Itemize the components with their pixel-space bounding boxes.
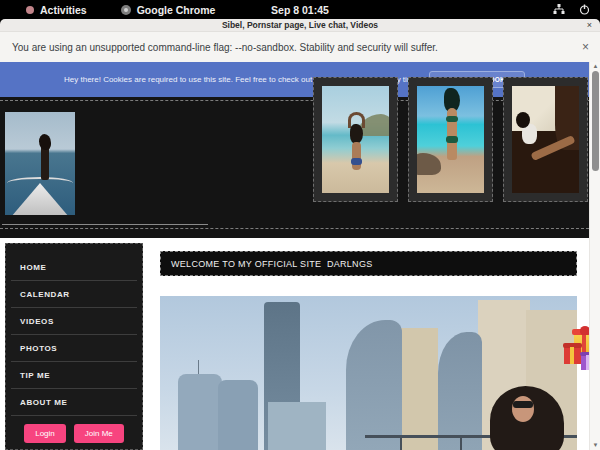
network-icon[interactable] [553,4,565,15]
window-title: Sibel, Pornstar page, Live chat, Videos [222,20,378,30]
sidebar-item-label: TIP ME [20,371,50,380]
bikini-bottom-shape [446,136,458,143]
scroll-up-icon[interactable]: ▲ [590,62,600,71]
chrome-icon [121,5,131,15]
building-shape [218,380,258,450]
window-title-bar: Sibel, Pornstar page, Live chat, Videos … [0,19,600,31]
sidebar-item-label: ABOUT ME [20,398,67,407]
beach-photo [322,86,389,193]
hero-photo-dubai-marina [160,296,577,450]
warning-close-icon[interactable]: × [582,40,589,54]
scrollbar-thumb[interactable] [592,71,599,171]
figure-hair-shape [516,112,530,128]
dashed-divider-top [0,100,589,101]
power-icon[interactable] [579,4,590,15]
sidebar-item-videos[interactable]: VIDEOS [6,308,142,334]
scroll-down-icon[interactable]: ▼ [590,441,600,450]
bikini-shape [351,158,362,165]
header-band [0,97,589,238]
header-rule [2,224,208,225]
sidebar-item-calendar[interactable]: CALENDAR [6,281,142,307]
sidebar-item-label: VIDEOS [20,317,54,326]
sunglasses-shape [513,401,533,408]
activities-button[interactable]: Activities [26,4,87,16]
sidebar-item-tip-me[interactable]: TIP ME [6,362,142,388]
building-shape [178,374,222,450]
building-shape [268,402,326,450]
sidebar-item-about-me[interactable]: ABOUT ME [6,389,142,415]
sidebar-item-label: CALENDAR [20,290,70,299]
gallery-thumbnail-beach-heart[interactable] [313,77,398,202]
login-button[interactable]: Login [24,424,66,443]
cookie-consent-bar: Hey there! Cookies are required to use t… [0,62,589,97]
sidebar-nav: HOME CALENDAR VIDEOS PHOTOS TIP ME ABOUT… [5,243,143,450]
sea-photo [417,86,484,193]
boat-photo-thumbnail[interactable] [5,112,75,215]
rail-post-shape [460,438,462,450]
woman-face-shape [512,396,534,422]
rocks-shape [417,153,441,175]
nav-divider [11,415,137,416]
screen: Activities Google Chrome Sep 8 01:45 [0,0,600,450]
sidebar-item-label: HOME [20,263,46,272]
window-close-button[interactable]: × [587,20,592,30]
sidebar-item-photos[interactable]: PHOTOS [6,335,142,361]
app-menu-button[interactable]: Google Chrome [121,4,216,16]
sidebar-item-home[interactable]: HOME [6,254,142,280]
sidebar-item-label: PHOTOS [20,344,57,353]
chrome-warning-bar: You are using an unsupported command-lin… [0,31,600,62]
figure-body-shape [352,142,361,170]
figure-hair-shape [39,134,51,150]
figure-hair-shape [350,124,363,144]
bikini-top-shape [446,116,458,122]
activities-label: Activities [40,4,87,16]
gallery-thumbnail-couch[interactable] [503,77,588,202]
activities-indicator-icon [26,6,34,14]
scrollbar[interactable]: ▲ ▼ [589,62,600,450]
dashed-divider-bottom [0,228,589,229]
welcome-banner: WELCOME TO MY OFFICIAL SITE DARLNGS [160,251,577,276]
join-button[interactable]: Join Me [74,424,124,443]
clock[interactable]: Sep 8 01:45 [271,4,329,16]
rail-post-shape [400,438,402,450]
gift-box-icon [564,347,581,364]
building-shape [346,320,402,450]
building-shape [438,332,482,450]
warning-message: You are using an unsupported command-lin… [12,42,438,53]
app-menu-label: Google Chrome [137,4,216,16]
gallery-thumbnail-bikini-sea[interactable] [408,77,493,202]
antenna-shape [198,360,199,374]
gnome-top-bar: Activities Google Chrome Sep 8 01:45 [0,0,600,19]
page-viewport: Hey there! Cookies are required to use t… [0,62,600,450]
couch-photo [512,86,579,193]
